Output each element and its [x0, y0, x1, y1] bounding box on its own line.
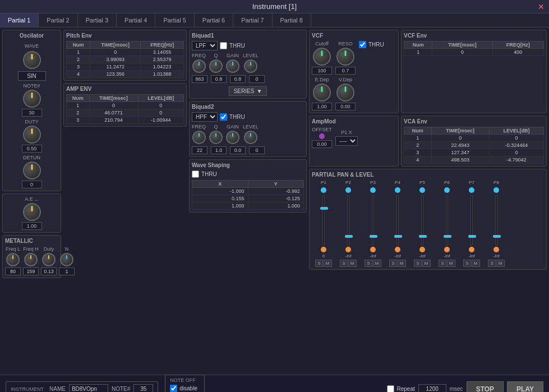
biquad1-freq-knob[interactable]	[192, 59, 206, 73]
pan-dot-p4[interactable]	[395, 187, 400, 193]
biquad2-q-knob[interactable]	[209, 131, 223, 144]
biquad1-freq-value[interactable]: 863	[192, 75, 207, 83]
level-dot-p4[interactable]	[395, 247, 400, 252]
edep-knob[interactable]	[313, 84, 331, 102]
biquad1-gain-knob[interactable]	[226, 59, 239, 73]
freq-l-value[interactable]: 80	[5, 268, 21, 275]
tab-partial3[interactable]: Partial 3	[78, 13, 117, 27]
pan-dot-p7[interactable]	[469, 187, 474, 193]
vdep-knob[interactable]	[336, 84, 354, 102]
detun-value[interactable]: 0	[22, 181, 42, 188]
biquad2-gain-knob[interactable]	[226, 131, 239, 144]
wave-type[interactable]: SIN	[18, 71, 46, 81]
stop-button[interactable]: STOP	[467, 381, 504, 393]
biquad1-gain-value[interactable]: 0.8	[230, 75, 246, 83]
tab-partial8[interactable]: Partial 8	[273, 13, 311, 27]
play-button[interactable]: PLAY	[507, 381, 543, 393]
biquad1-q-knob[interactable]	[209, 59, 223, 73]
mute-button-p3[interactable]: M	[373, 260, 381, 267]
pan-dot-p2[interactable]	[345, 187, 351, 193]
biquad2-q-value[interactable]: 1.0	[211, 146, 227, 154]
pan-dot-p5[interactable]	[419, 187, 425, 193]
level-dot-p8[interactable]	[493, 247, 499, 252]
solo-button-p1[interactable]: S	[315, 260, 322, 267]
tab-partial7[interactable]: Partial 7	[233, 13, 272, 27]
edep-value[interactable]: 1.00	[312, 103, 332, 110]
duty-value[interactable]: 0.50	[22, 145, 42, 153]
fader-track-p8[interactable]	[495, 195, 497, 246]
solo-button-p4[interactable]: S	[389, 260, 396, 267]
biquad2-freq-value[interactable]: 22	[192, 146, 207, 154]
solo-button-p6[interactable]: S	[439, 260, 446, 267]
biquad1-level-value[interactable]: 0	[249, 75, 265, 83]
metallic-n-knob[interactable]	[60, 253, 73, 266]
duty-knob[interactable]	[23, 126, 41, 144]
level-dot-p5[interactable]	[419, 247, 425, 252]
reso-knob[interactable]	[336, 48, 354, 66]
biquad1-level-knob[interactable]	[244, 59, 257, 73]
detun-knob[interactable]	[23, 162, 41, 179]
mute-button-p5[interactable]: M	[422, 260, 431, 267]
mute-button-p1[interactable]: M	[324, 260, 332, 267]
level-dot-p6[interactable]	[444, 247, 450, 252]
msec-input[interactable]	[418, 384, 446, 392]
wave-shaping-thru-checkbox[interactable]	[192, 170, 199, 178]
freq-h-value[interactable]: 159	[23, 268, 39, 275]
biquad2-level-value[interactable]: 0	[249, 146, 265, 154]
biquad2-freq-knob[interactable]	[192, 131, 206, 144]
biquad2-gain-value[interactable]: 0.0	[230, 146, 246, 154]
tab-partial2[interactable]: Partial 2	[39, 13, 77, 27]
biquad1-q-value[interactable]: 0.8	[211, 75, 227, 83]
biquad2-filter-select[interactable]: HPFLPFBPF	[192, 112, 218, 122]
tab-partial4[interactable]: Partial 4	[117, 13, 155, 27]
freq-l-knob[interactable]	[6, 253, 20, 266]
note-value[interactable]: 30	[22, 109, 42, 117]
note-input[interactable]	[133, 384, 153, 392]
fader-track-p5[interactable]	[421, 195, 423, 246]
mute-button-p6[interactable]: M	[447, 260, 455, 267]
pan-dot-p3[interactable]	[370, 187, 376, 193]
solo-button-p5[interactable]: S	[414, 260, 421, 267]
pan-dot-p1[interactable]	[321, 187, 326, 193]
vcf-thru-checkbox[interactable]	[359, 41, 366, 48]
pan-dot-p8[interactable]	[493, 187, 499, 193]
biquad2-thru-checkbox[interactable]	[220, 113, 227, 121]
note-knob[interactable]	[23, 90, 41, 108]
level-dot-p3[interactable]	[370, 247, 376, 252]
mute-button-p2[interactable]: M	[348, 260, 357, 267]
vdep-value[interactable]: 0.00	[335, 103, 356, 110]
pan-dot-p6[interactable]	[444, 187, 450, 193]
close-button[interactable]: ✕	[538, 2, 545, 11]
wave-knob[interactable]	[23, 51, 41, 69]
tab-partial5[interactable]: Partial 5	[155, 13, 194, 27]
offset-value[interactable]: 0.00	[312, 140, 332, 148]
fader-track-p6[interactable]	[446, 195, 448, 246]
solo-button-p8[interactable]: S	[488, 260, 495, 267]
biquad2-level-knob[interactable]	[244, 131, 257, 144]
cutoff-value[interactable]: 100	[312, 67, 332, 75]
freq-h-knob[interactable]	[24, 253, 38, 266]
ampmod-source-select[interactable]: ----	[335, 136, 358, 146]
disable-checkbox[interactable]	[170, 385, 177, 392]
metallic-duty-knob[interactable]	[42, 253, 56, 266]
solo-button-p3[interactable]: S	[365, 260, 372, 267]
series-button[interactable]: SERIES ▼	[229, 86, 267, 96]
tab-partial1[interactable]: Partial 1	[0, 13, 39, 27]
mute-button-p7[interactable]: M	[472, 260, 480, 267]
fader-track-p3[interactable]	[372, 195, 374, 246]
fader-track-p4[interactable]	[396, 195, 399, 246]
tab-partial6[interactable]: Partial 6	[195, 13, 233, 27]
fader-track-p7[interactable]	[470, 195, 473, 246]
cutoff-knob[interactable]	[313, 48, 331, 66]
level-dot-p1[interactable]	[321, 247, 326, 252]
fader-track-p2[interactable]	[347, 195, 349, 246]
solo-button-p2[interactable]: S	[340, 260, 347, 267]
biquad1-filter-select[interactable]: LPFHPFBPF	[192, 41, 218, 50]
instrument-name-input[interactable]	[69, 384, 108, 392]
level-dot-p7[interactable]	[469, 247, 474, 252]
reso-value[interactable]: 0.7	[335, 67, 356, 75]
fader-track-p1[interactable]	[322, 195, 325, 246]
ae-value[interactable]: 1.00	[22, 222, 42, 230]
metallic-duty-value[interactable]: 0.13	[41, 268, 57, 275]
mute-button-p4[interactable]: M	[398, 260, 406, 267]
